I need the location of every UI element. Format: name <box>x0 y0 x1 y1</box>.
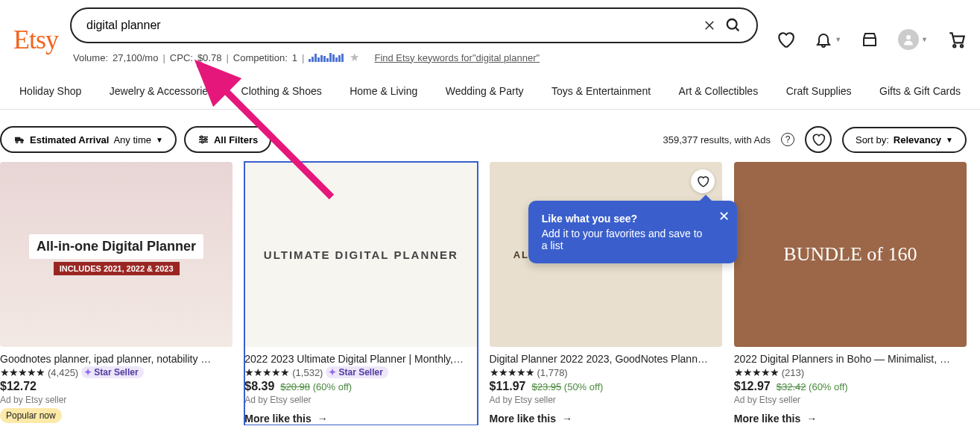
all-filters-button[interactable]: All Filters <box>184 126 271 153</box>
header-icons: ▼ ▼ <box>776 29 967 50</box>
chevron-down-icon: ▼ <box>835 36 841 43</box>
chevron-down-icon: ▼ <box>156 136 163 144</box>
trend-bars-icon <box>309 53 344 62</box>
price: $8.39 <box>244 380 274 393</box>
product-thumbnail: All-in-one Digital Planner INCLUDES 2021… <box>0 162 233 347</box>
review-count: (1,778) <box>537 367 568 378</box>
product-title: 2022 Digital Planners in Boho — Minimali… <box>734 353 967 365</box>
cpc-value: $0.78 <box>197 52 222 63</box>
svg-point-8 <box>21 141 23 143</box>
all-filters-label: All Filters <box>214 134 258 145</box>
results-count: 359,377 results, with Ads <box>663 134 771 145</box>
star-seller-badge: ✦Star Seller <box>326 366 388 378</box>
cpc-label: CPC: <box>170 52 193 63</box>
svg-point-5 <box>953 45 955 47</box>
search-bar <box>70 7 758 43</box>
nav-item[interactable]: Home & Living <box>344 75 423 109</box>
competition-label: Competition: <box>233 52 288 63</box>
more-like-this-button[interactable]: More like this → <box>490 413 572 425</box>
sort-value: Relevancy <box>894 134 941 145</box>
account-menu[interactable]: ▼ <box>898 29 928 50</box>
arrow-right-icon: → <box>317 413 328 425</box>
arrival-value: Any time <box>113 134 151 145</box>
chevron-down-icon: ▼ <box>921 36 928 43</box>
thumb-subtitle: INCLUDES 2021, 2022 & 2023 <box>54 262 180 275</box>
ad-label: Ad by Etsy seller <box>490 395 722 405</box>
product-grid: All-in-one Digital Planner INCLUDES 2021… <box>0 162 980 425</box>
product-thumbnail: ULTIMATE DIGITAL PLANNER <box>244 162 477 347</box>
favorite-button[interactable] <box>691 169 715 193</box>
star-seller-badge: ✦Star Seller <box>81 366 143 378</box>
notifications-icon[interactable]: ▼ <box>815 31 841 48</box>
star-rating-icon: ★★★★★ <box>244 366 289 378</box>
discount: (50% off) <box>564 381 604 392</box>
shop-manager-icon[interactable] <box>861 31 879 48</box>
sort-label: Sort by: <box>856 134 889 145</box>
close-icon[interactable]: ✕ <box>718 208 730 225</box>
search-area: Volume: 27,100/mo | CPC: $0.78 | Competi… <box>70 7 758 72</box>
svg-line-3 <box>736 28 739 31</box>
more-like-this-button[interactable]: More like this → <box>734 413 817 425</box>
product-title: 2022 2023 Ultimate Digital Planner | Mon… <box>244 353 477 365</box>
favorite-tooltip: ✕ Like what you see? Add it to your favo… <box>528 201 737 263</box>
nav-item[interactable]: Clothing & Shoes <box>235 75 328 109</box>
sort-by-button[interactable]: Sort by: Relevancy ▼ <box>842 127 967 153</box>
nav-item[interactable]: Wedding & Party <box>440 75 530 109</box>
product-card[interactable]: BUNDLE of 160 2022 Digital Planners in B… <box>734 162 967 425</box>
volume-value: 27,100/mo <box>113 52 158 63</box>
favorite-keyword-icon[interactable]: ★ <box>350 51 359 64</box>
nav-item[interactable]: Gifts & Gift Cards <box>873 75 967 109</box>
popular-badge: Popular now <box>0 408 62 423</box>
discount: (60% off) <box>809 381 848 392</box>
chevron-down-icon: ▼ <box>946 136 953 144</box>
svg-point-6 <box>961 45 963 47</box>
nav-item[interactable]: Craft Supplies <box>780 75 858 109</box>
original-price: $23.95 <box>531 381 561 392</box>
star-rating-icon: ★★★★★ <box>0 366 45 378</box>
save-search-button[interactable] <box>805 126 832 153</box>
cart-icon[interactable] <box>947 30 967 49</box>
results-toolbar: Estimated Arrival Any time ▼ All Filters… <box>0 110 980 162</box>
ad-label: Ad by Etsy seller <box>244 395 477 405</box>
price: $11.97 <box>490 380 526 393</box>
thumb-title: BUNDLE of 160 <box>783 243 917 266</box>
thumb-title: ULTIMATE DIGITAL PLANNER <box>264 248 458 261</box>
estimated-arrival-filter[interactable]: Estimated Arrival Any time ▼ <box>0 126 177 153</box>
svg-point-7 <box>16 141 18 143</box>
svg-point-4 <box>906 35 911 40</box>
nav-item[interactable]: Jewelry & Accessories <box>104 75 219 109</box>
info-icon[interactable]: ? <box>781 133 794 146</box>
product-card[interactable]: All-in-one Digital Planner INCLUDES 2021… <box>0 162 233 425</box>
favorites-icon[interactable] <box>776 30 795 49</box>
more-like-this-button[interactable]: More like this → <box>244 413 327 425</box>
avatar-icon <box>898 29 919 50</box>
clear-icon[interactable] <box>698 14 721 37</box>
review-count: (1,532) <box>292 367 323 378</box>
arrow-right-icon: → <box>806 413 817 425</box>
ad-label: Ad by Etsy seller <box>0 395 233 405</box>
star-rating-icon: ★★★★★ <box>490 366 534 378</box>
product-thumbnail: BUNDLE of 160 <box>734 162 967 347</box>
review-count: (213) <box>782 367 804 378</box>
price: $12.72 <box>0 380 37 393</box>
search-input[interactable] <box>86 19 698 32</box>
search-icon[interactable] <box>721 13 746 38</box>
ad-label: Ad by Etsy seller <box>734 395 967 405</box>
price: $12.97 <box>734 380 771 393</box>
logo[interactable]: Etsy <box>13 24 58 55</box>
original-price: $32.42 <box>777 381 806 392</box>
svg-point-2 <box>727 19 737 29</box>
volume-label: Volume: <box>73 52 108 63</box>
discount: (60% off) <box>313 381 353 392</box>
product-title: Goodnotes planner, ipad planner, notabil… <box>0 353 233 365</box>
nav-item[interactable]: Toys & Entertainment <box>546 75 657 109</box>
arrival-label: Estimated Arrival <box>30 134 109 145</box>
product-card[interactable]: ALL-IN-ONE DIGITAL PLANNER ✕ Like what y… <box>490 162 722 425</box>
nav-item[interactable]: Art & Collectibles <box>673 75 765 109</box>
nav-item[interactable]: Holiday Shop <box>13 75 87 109</box>
arrow-right-icon: → <box>562 413 572 425</box>
find-keywords-link[interactable]: Find Etsy keywords for"digital planner" <box>374 52 540 63</box>
keyword-stats-bar: Volume: 27,100/mo | CPC: $0.78 | Competi… <box>70 43 758 72</box>
product-card[interactable]: ULTIMATE DIGITAL PLANNER 2022 2023 Ultim… <box>244 162 477 425</box>
tooltip-body: Add it to your favorites and save to a l… <box>542 228 704 251</box>
